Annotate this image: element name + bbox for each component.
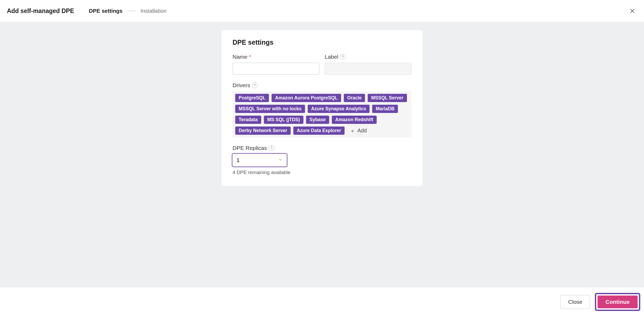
- close-button[interactable]: Close: [560, 295, 590, 309]
- breadcrumb-step-next: Installation: [141, 8, 167, 14]
- driver-chip[interactable]: MSSQL Server with no locks: [235, 105, 305, 113]
- driver-chip[interactable]: Sybase: [306, 116, 329, 124]
- chevron-down-icon: [278, 157, 283, 163]
- replicas-label-text: DPE Replicas: [233, 145, 267, 151]
- close-icon[interactable]: [628, 6, 637, 16]
- help-icon[interactable]: ?: [269, 145, 274, 151]
- add-driver-button[interactable]: ＋ Add: [347, 127, 370, 135]
- help-icon[interactable]: ?: [252, 82, 258, 88]
- name-input[interactable]: [233, 63, 319, 75]
- replicas-value: 1: [237, 157, 240, 163]
- card-title: DPE settings: [233, 39, 411, 46]
- name-label: Name *: [233, 54, 319, 60]
- continue-button[interactable]: Continue: [598, 296, 638, 308]
- driver-chip[interactable]: MSSQL Server: [368, 94, 407, 102]
- plus-icon: ＋: [350, 128, 355, 133]
- settings-card: DPE settings Name * Label ? Drivers ?: [222, 30, 422, 186]
- replicas-label: DPE Replicas ?: [233, 145, 411, 151]
- label-label-text: Label: [325, 54, 338, 60]
- replicas-select[interactable]: 1: [233, 154, 287, 166]
- label-input[interactable]: [325, 63, 411, 75]
- driver-chip[interactable]: Teradata: [235, 116, 261, 124]
- label-label: Label ?: [325, 54, 411, 60]
- drivers-label-text: Drivers: [233, 82, 250, 89]
- driver-chip[interactable]: Derby Network Server: [235, 127, 291, 135]
- replicas-helper-text: 4 DPE remaining available: [233, 170, 411, 175]
- content-area: DPE settings Name * Label ? Drivers ?: [0, 22, 644, 288]
- driver-chip[interactable]: PostgreSQL: [235, 94, 269, 102]
- breadcrumb-step-active: DPE settings: [89, 8, 122, 14]
- breadcrumb: DPE settings Installation: [89, 8, 166, 14]
- driver-chip[interactable]: Amazon Redshift: [332, 116, 377, 124]
- drivers-box: PostgreSQL Amazon Aurora PostgreSQL Orac…: [233, 91, 411, 137]
- name-label-text: Name: [233, 54, 247, 60]
- drivers-label: Drivers ?: [233, 82, 411, 89]
- driver-chip[interactable]: Oracle: [344, 94, 365, 102]
- help-icon[interactable]: ?: [340, 54, 346, 60]
- required-asterisk: *: [249, 54, 251, 60]
- driver-chip[interactable]: MariaDB: [372, 105, 398, 113]
- continue-highlight: Continue: [595, 293, 640, 311]
- breadcrumb-separator: [128, 11, 135, 11]
- modal-footer: Close Continue: [0, 288, 644, 316]
- modal-title: Add self-managed DPE: [7, 7, 74, 15]
- driver-chip[interactable]: Amazon Aurora PostgreSQL: [272, 94, 341, 102]
- driver-chip[interactable]: Azure Synapse Analytics: [308, 105, 370, 113]
- modal-header: Add self-managed DPE DPE settings Instal…: [0, 0, 644, 22]
- add-label: Add: [357, 128, 367, 134]
- driver-chip[interactable]: MS SQL (jTDS): [264, 116, 303, 124]
- driver-chip[interactable]: Azure Data Explorer: [293, 127, 345, 135]
